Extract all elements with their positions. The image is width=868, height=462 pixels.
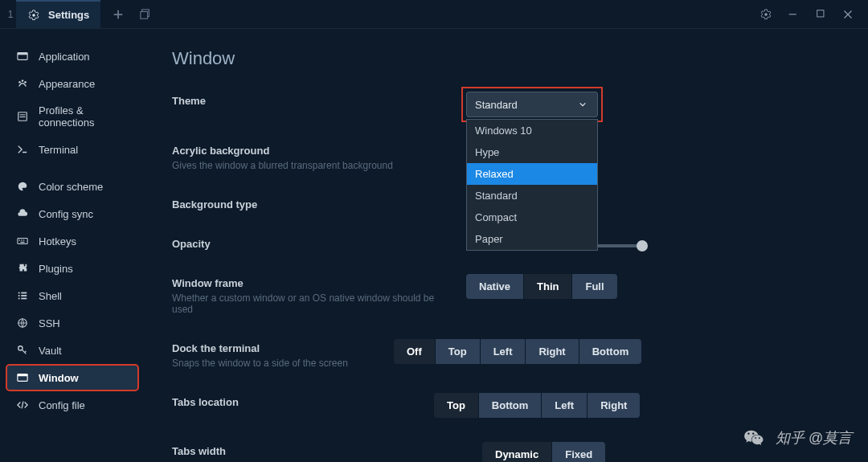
- sidebar-item-colorscheme[interactable]: Color scheme: [6, 174, 138, 199]
- titlebar: 1 Settings: [0, 0, 868, 29]
- theme-selected: Standard: [475, 99, 518, 111]
- sidebar-item-plugins[interactable]: Plugins: [6, 256, 138, 281]
- dock-top-button[interactable]: Top: [436, 339, 480, 364]
- tabswidth-fixed-button[interactable]: Fixed: [552, 442, 605, 462]
- svg-point-8: [24, 81, 27, 84]
- tab-actions: [100, 8, 163, 21]
- acrylic-label: Acrylic background: [172, 145, 453, 157]
- theme-option[interactable]: Windows 10: [467, 120, 597, 141]
- acrylic-desc: Gives the window a blurred transparent b…: [172, 160, 453, 171]
- close-icon[interactable]: [842, 8, 854, 21]
- dock-bottom-button[interactable]: Bottom: [579, 339, 642, 364]
- sidebar-item-label: Appearance: [39, 78, 95, 90]
- dock-group: Off Top Left Right Bottom: [394, 339, 641, 364]
- theme-option[interactable]: Relaxed: [467, 163, 597, 185]
- tabsloc-top-button[interactable]: Top: [434, 393, 478, 418]
- frame-label: Window frame: [172, 277, 453, 289]
- keyboard-icon: [16, 235, 29, 247]
- windows-icon[interactable]: [139, 8, 152, 21]
- dock-right-button[interactable]: Right: [526, 339, 578, 364]
- window-controls: [746, 8, 868, 21]
- dock-off-button[interactable]: Off: [394, 339, 435, 364]
- sidebar-item-label: Hotkeys: [39, 235, 76, 247]
- svg-rect-22: [21, 298, 27, 300]
- svg-rect-1: [141, 11, 148, 18]
- palette-icon: [16, 180, 29, 193]
- tabsloc-bottom-button[interactable]: Bottom: [479, 393, 542, 418]
- sidebar-item-label: Application: [39, 51, 90, 63]
- sidebar-item-terminal[interactable]: Terminal: [6, 137, 138, 162]
- frame-desc: Whether a custom window or an OS native …: [172, 292, 453, 315]
- frame-thin-button[interactable]: Thin: [524, 274, 571, 299]
- sidebar-item-profiles[interactable]: Profiles & connections: [6, 98, 138, 135]
- sidebar-item-ssh[interactable]: SSH: [6, 310, 138, 336]
- frame-full-button[interactable]: Full: [572, 274, 616, 299]
- svg-rect-15: [23, 239, 24, 240]
- watermark: 知乎 @莫言: [743, 427, 852, 449]
- dock-label: Dock the terminal: [172, 342, 381, 354]
- dock-left-button[interactable]: Left: [481, 339, 526, 364]
- sidebar-item-configfile[interactable]: Config file: [6, 392, 138, 418]
- terminal-icon: [16, 143, 29, 156]
- puzzle-icon: [16, 262, 29, 275]
- svg-point-7: [22, 80, 24, 82]
- svg-rect-13: [19, 239, 20, 240]
- svg-rect-10: [20, 114, 26, 115]
- svg-rect-26: [18, 374, 27, 377]
- sidebar-item-label: Config file: [39, 399, 85, 411]
- theme-option[interactable]: Compact: [467, 206, 597, 228]
- minimize-icon[interactable]: [788, 8, 799, 21]
- svg-rect-2: [789, 14, 796, 14]
- slider-thumb[interactable]: [637, 240, 648, 251]
- settings-gear-icon[interactable]: [760, 8, 772, 21]
- theme-dropdown: Windows 10 Hype Relaxed Standard Compact…: [466, 119, 598, 251]
- list-icon: [16, 289, 29, 302]
- tabsloc-right-button[interactable]: Right: [588, 393, 640, 418]
- tab-index: 1: [0, 9, 16, 20]
- svg-rect-14: [21, 239, 22, 240]
- sidebar-item-hotkeys[interactable]: Hotkeys: [6, 228, 138, 254]
- maximize-icon[interactable]: [815, 8, 826, 21]
- tabswidth-group: Dynamic Fixed: [482, 442, 605, 462]
- bgtype-label: Background type: [172, 198, 453, 211]
- tabsloc-group: Top Bottom Left Right: [434, 393, 640, 418]
- sidebar-item-configsync[interactable]: Config sync: [6, 201, 138, 227]
- svg-rect-18: [21, 292, 27, 294]
- sidebar-item-label: SSH: [39, 317, 60, 329]
- theme-label: Theme: [172, 95, 453, 107]
- wechat-icon: [743, 427, 766, 449]
- sidebar-item-label: Window: [39, 372, 79, 384]
- theme-option[interactable]: Paper: [467, 228, 597, 250]
- sidebar-item-application[interactable]: Application: [6, 43, 138, 69]
- sidebar-item-label: Config sync: [39, 208, 93, 220]
- sidebar-item-vault[interactable]: Vault: [6, 337, 138, 363]
- theme-select[interactable]: Standard: [466, 92, 598, 117]
- svg-rect-12: [18, 239, 27, 244]
- sidebar-item-label: Terminal: [39, 144, 78, 156]
- sidebar-item-label: Color scheme: [39, 181, 103, 193]
- tabsloc-left-button[interactable]: Left: [542, 393, 587, 418]
- tabswidth-label: Tabs width: [172, 445, 453, 457]
- sidebar-item-appearance[interactable]: Appearance: [6, 71, 138, 96]
- key-icon: [16, 344, 29, 357]
- sidebar-item-window[interactable]: Window: [6, 365, 138, 390]
- sidebar-item-shell[interactable]: Shell: [6, 283, 138, 309]
- sidebar-item-label: Plugins: [39, 263, 73, 275]
- theme-option[interactable]: Standard: [467, 185, 597, 206]
- tabswidth-dynamic-button[interactable]: Dynamic: [482, 442, 551, 462]
- plus-icon[interactable]: [112, 8, 125, 21]
- svg-rect-21: [18, 298, 20, 300]
- frame-group: Native Thin Full: [466, 274, 617, 299]
- sidebar-item-label: Profiles & connections: [39, 104, 129, 129]
- profiles-icon: [16, 110, 29, 123]
- svg-rect-5: [18, 53, 27, 55]
- tabsloc-label: Tabs location: [172, 396, 421, 408]
- frame-native-button[interactable]: Native: [466, 274, 523, 299]
- svg-rect-3: [817, 10, 823, 17]
- theme-option[interactable]: Hype: [467, 141, 597, 163]
- dock-desc: Snaps the window to a side of the screen: [172, 358, 381, 369]
- svg-rect-20: [21, 295, 27, 296]
- svg-point-6: [18, 81, 21, 84]
- tab-settings[interactable]: Settings: [16, 0, 100, 28]
- gear-icon: [27, 9, 40, 22]
